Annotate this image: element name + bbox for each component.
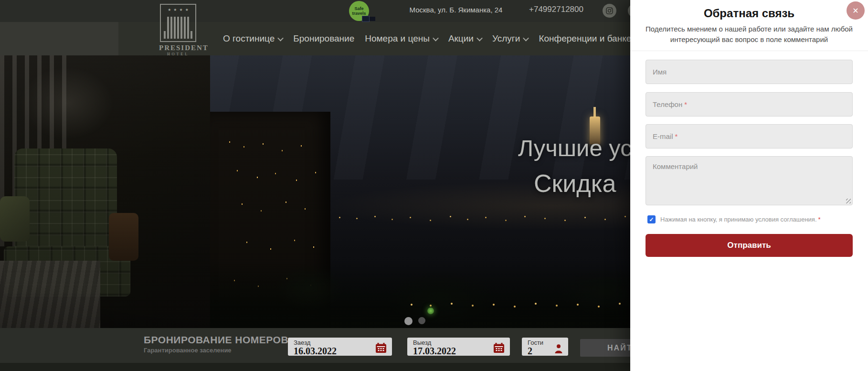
- close-button[interactable]: ✕: [847, 1, 865, 20]
- close-icon: ✕: [852, 6, 858, 15]
- divider: [630, 51, 868, 51]
- safe-travels-line2: travels: [352, 11, 366, 16]
- required-asterisk: *: [675, 132, 678, 140]
- required-asterisk: *: [818, 216, 821, 223]
- nav-item-rooms[interactable]: Номера и цены: [365, 33, 438, 44]
- nav-left-patch: [0, 22, 118, 55]
- logo-stars: ★★★★: [165, 5, 191, 14]
- hotel-logo[interactable]: ★★★★ PRESIDENT HOTEL: [159, 4, 197, 56]
- checkout-label: Выезд: [413, 339, 505, 346]
- feedback-subtitle: Поделитесь мнением о нашей работе или за…: [644, 24, 855, 45]
- instagram-icon: [606, 7, 613, 14]
- logo-name: PRESIDENT: [159, 44, 197, 52]
- nav-item-promos[interactable]: Акции: [448, 33, 482, 44]
- checkin-date-field[interactable]: Заезд 16.03.2022: [288, 338, 392, 356]
- comment-field[interactable]: Комментарий: [646, 156, 853, 205]
- consent-row[interactable]: ✓ Нажимая на кнопку, я принимаю условия …: [647, 215, 853, 224]
- feedback-title: Обратная связь: [630, 7, 868, 20]
- checkin-value: 16.03.2022: [294, 346, 387, 356]
- nav-item-services[interactable]: Услуги: [492, 33, 528, 44]
- wttc-logo-box: [362, 16, 370, 22]
- consent-text: Нажимая на кнопку, я принимаю условия со…: [660, 216, 817, 223]
- checkout-value: 17.03.2022: [413, 346, 505, 356]
- phone-placeholder: Телефон: [653, 100, 682, 108]
- hero-headline-2: Скидка: [534, 169, 616, 198]
- logo-emblem: ★★★★: [160, 4, 196, 42]
- hotel-phone[interactable]: +74992712800: [520, 5, 592, 14]
- name-placeholder: Имя: [653, 68, 667, 76]
- checkout-date-field[interactable]: Выезд 17.03.2022: [407, 338, 510, 356]
- consent-checkbox-checked[interactable]: ✓: [647, 215, 656, 223]
- carousel-dot[interactable]: [418, 317, 425, 324]
- instagram-link[interactable]: [603, 4, 616, 18]
- chevron-down-icon: [277, 35, 284, 41]
- name-field[interactable]: Имя: [646, 60, 853, 84]
- nav-item-booking[interactable]: Бронирование: [293, 33, 354, 44]
- hotel-address: Москва, ул. Б. Якиманка, 24: [403, 6, 508, 14]
- check-icon: ✓: [649, 216, 654, 223]
- logo-columns: [164, 14, 192, 39]
- chevron-down-icon: [476, 35, 483, 41]
- booking-subtitle: Гарантированное заселение: [144, 347, 232, 354]
- safe-travels-line1: Safe: [354, 6, 363, 11]
- phone-field[interactable]: Телефон*: [646, 92, 853, 117]
- carousel-dot-active[interactable]: [404, 317, 413, 325]
- chevron-down-icon: [523, 35, 529, 41]
- feedback-panel: Обратная связь Поделитесь мнением о наше…: [630, 0, 868, 371]
- comment-placeholder: Комментарий: [653, 162, 698, 170]
- wttc-logo-box-2: [370, 17, 375, 21]
- resize-grip[interactable]: [846, 199, 851, 203]
- calendar-icon: [494, 343, 504, 355]
- email-placeholder: E-mail: [653, 132, 673, 140]
- checkin-label: Заезд: [294, 339, 387, 346]
- booking-title: БРОНИРОВАНИЕ НОМЕРОВ: [144, 334, 288, 346]
- nav-item-about[interactable]: О гостинице: [223, 33, 283, 44]
- required-asterisk: *: [684, 100, 687, 108]
- person-icon: [555, 344, 562, 355]
- page: Safe travels Москва, ул. Б. Якиманка, 24…: [0, 0, 868, 371]
- email-field[interactable]: E-mail*: [646, 124, 853, 148]
- submit-button[interactable]: Отправить: [646, 234, 853, 257]
- guests-field[interactable]: Гости 2: [522, 338, 568, 356]
- calendar-icon: [376, 343, 386, 355]
- chevron-down-icon: [433, 35, 439, 41]
